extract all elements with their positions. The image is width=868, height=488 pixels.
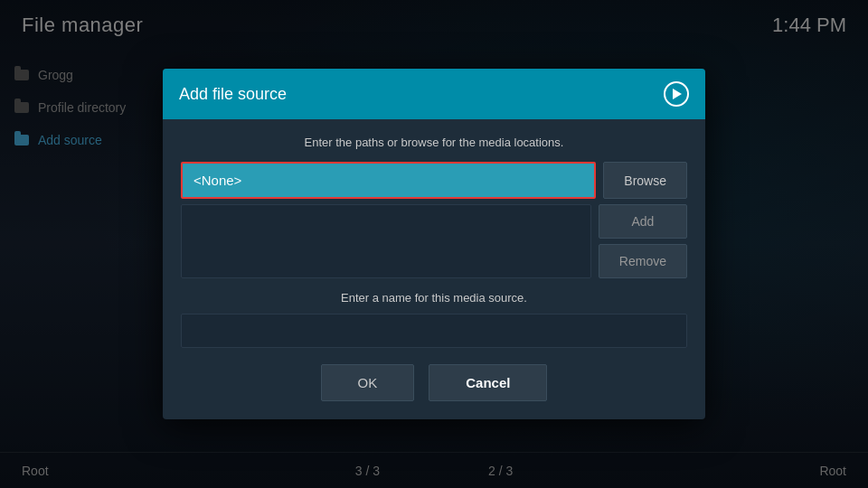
dialog-header: Add file source [163, 69, 705, 119]
svg-marker-1 [673, 89, 682, 99]
ok-button[interactable]: OK [321, 364, 415, 401]
dialog-actions: OK Cancel [181, 364, 687, 401]
name-label: Enter a name for this media source. [181, 291, 687, 305]
browse-button[interactable]: Browse [603, 162, 687, 199]
kodi-logo-icon [664, 81, 689, 107]
add-button[interactable]: Add [599, 204, 687, 239]
paths-list [181, 204, 591, 278]
dialog-overlay: Add file source Enter the paths or brows… [0, 0, 868, 488]
dialog-subtitle: Enter the paths or browse for the media … [181, 136, 687, 149]
path-row: Browse [181, 162, 687, 199]
side-buttons: Add Remove [599, 204, 687, 278]
remove-button[interactable]: Remove [599, 244, 687, 278]
cancel-button[interactable]: Cancel [429, 364, 547, 401]
add-file-source-dialog: Add file source Enter the paths or brows… [163, 69, 705, 419]
dialog-body: Enter the paths or browse for the media … [163, 119, 705, 419]
dialog-title: Add file source [179, 85, 287, 104]
paths-row: Add Remove [181, 204, 687, 278]
name-input[interactable] [181, 314, 687, 348]
path-input[interactable] [181, 162, 596, 199]
